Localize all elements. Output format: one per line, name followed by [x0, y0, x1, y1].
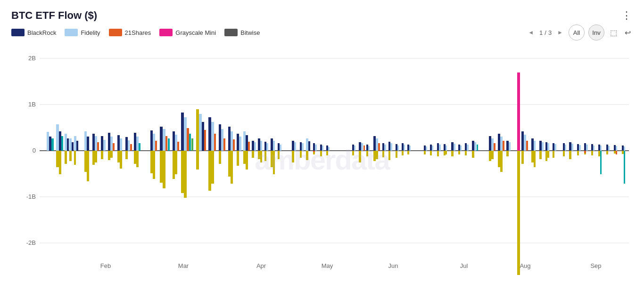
svg-rect-41: [97, 142, 99, 151]
svg-rect-267: [622, 146, 624, 151]
svg-rect-235: [545, 151, 547, 161]
svg-rect-51: [110, 151, 113, 158]
svg-rect-116: [254, 142, 256, 151]
svg-rect-230: [539, 141, 542, 151]
svg-rect-141: [313, 143, 315, 151]
svg-rect-38: [87, 151, 89, 181]
svg-rect-25: [59, 151, 61, 174]
svg-rect-68: [150, 151, 153, 173]
svg-rect-169: [388, 142, 390, 151]
svg-rect-45: [103, 140, 106, 151]
svg-rect-246: [577, 144, 579, 151]
svg-rect-105: [228, 151, 231, 177]
svg-rect-44: [101, 136, 103, 151]
svg-rect-104: [233, 139, 235, 151]
svg-rect-78: [177, 142, 179, 151]
svg-rect-98: [219, 124, 221, 151]
svg-rect-72: [165, 136, 167, 151]
inv-filter-button[interactable]: Inv: [588, 24, 604, 40]
svg-rect-57: [128, 140, 130, 151]
svg-rect-198: [460, 146, 462, 151]
svg-rect-265: [614, 151, 616, 154]
svg-rect-86: [181, 151, 184, 193]
svg-rect-35: [84, 131, 87, 151]
svg-rect-85: [191, 138, 193, 151]
all-filter-button[interactable]: All: [569, 24, 585, 40]
svg-rect-88: [196, 109, 199, 151]
svg-rect-255: [591, 151, 593, 155]
svg-rect-138: [306, 138, 308, 151]
svg-rect-113: [243, 151, 246, 164]
svg-rect-52: [117, 135, 120, 151]
svg-rect-163: [378, 143, 380, 151]
svg-rect-30: [72, 142, 74, 151]
svg-rect-19: [49, 137, 51, 151]
svg-rect-91: [204, 130, 206, 151]
svg-rect-248: [577, 151, 579, 155]
svg-rect-142: [315, 145, 317, 151]
svg-rect-99: [221, 129, 223, 151]
page-current: 1: [539, 29, 543, 36]
svg-rect-168: [382, 151, 384, 157]
svg-rect-36: [87, 137, 89, 151]
svg-rect-236: [547, 151, 549, 158]
svg-text:Feb: Feb: [100, 262, 111, 269]
svg-rect-62: [139, 143, 140, 151]
svg-rect-186: [430, 151, 432, 155]
svg-rect-77: [175, 135, 177, 151]
svg-text:-2B: -2B: [26, 239, 36, 246]
legend-item-grayscale-mini: Grayscale Mini: [159, 29, 216, 36]
svg-rect-124: [264, 151, 266, 161]
chart-title: BTC ETF Flow ($): [11, 9, 97, 22]
svg-rect-172: [396, 144, 397, 151]
svg-rect-201: [467, 145, 469, 151]
svg-rect-217: [506, 141, 509, 151]
svg-rect-28: [65, 151, 67, 164]
svg-rect-102: [228, 127, 231, 151]
svg-rect-117: [252, 151, 254, 158]
next-page-button[interactable]: ►: [555, 28, 565, 37]
svg-rect-184: [430, 145, 432, 151]
svg-rect-82: [184, 117, 187, 151]
svg-rect-256: [598, 145, 600, 151]
svg-rect-18: [47, 132, 49, 151]
svg-rect-73: [168, 138, 170, 151]
svg-rect-26: [65, 134, 67, 151]
svg-rect-247: [579, 145, 581, 151]
svg-rect-237: [553, 143, 554, 151]
svg-rect-264: [616, 146, 617, 151]
expand-icon[interactable]: ⬚: [608, 27, 619, 38]
prev-page-button[interactable]: ◄: [526, 28, 536, 37]
svg-rect-212: [498, 134, 500, 151]
svg-rect-148: [326, 146, 328, 151]
svg-rect-185: [432, 146, 433, 151]
svg-rect-218: [509, 142, 511, 151]
svg-rect-199: [458, 151, 460, 154]
svg-rect-34: [74, 151, 76, 165]
svg-rect-231: [542, 142, 544, 151]
svg-rect-63: [134, 151, 136, 164]
svg-rect-206: [472, 151, 474, 158]
legend-controls: ◄ 1 / 3 ► All Inv ⬚ ↩: [526, 24, 633, 40]
svg-rect-111: [246, 135, 248, 151]
svg-rect-71: [163, 129, 165, 151]
svg-rect-53: [120, 138, 122, 151]
svg-rect-75: [163, 151, 165, 188]
svg-rect-155: [361, 143, 363, 151]
svg-rect-152: [354, 146, 355, 151]
reset-icon[interactable]: ↩: [623, 27, 633, 38]
svg-rect-89: [199, 114, 202, 151]
svg-rect-182: [426, 146, 427, 151]
more-options-button[interactable]: ⋮: [621, 9, 633, 22]
svg-rect-208: [491, 138, 494, 151]
svg-rect-171: [388, 151, 390, 160]
svg-rect-202: [465, 151, 467, 155]
svg-rect-188: [439, 145, 441, 151]
svg-rect-204: [474, 142, 476, 151]
svg-rect-164: [373, 151, 376, 161]
svg-rect-39: [92, 134, 95, 151]
svg-rect-83: [187, 128, 189, 151]
svg-rect-153: [352, 151, 354, 155]
svg-text:1B: 1B: [28, 101, 36, 108]
svg-rect-219: [506, 151, 509, 156]
